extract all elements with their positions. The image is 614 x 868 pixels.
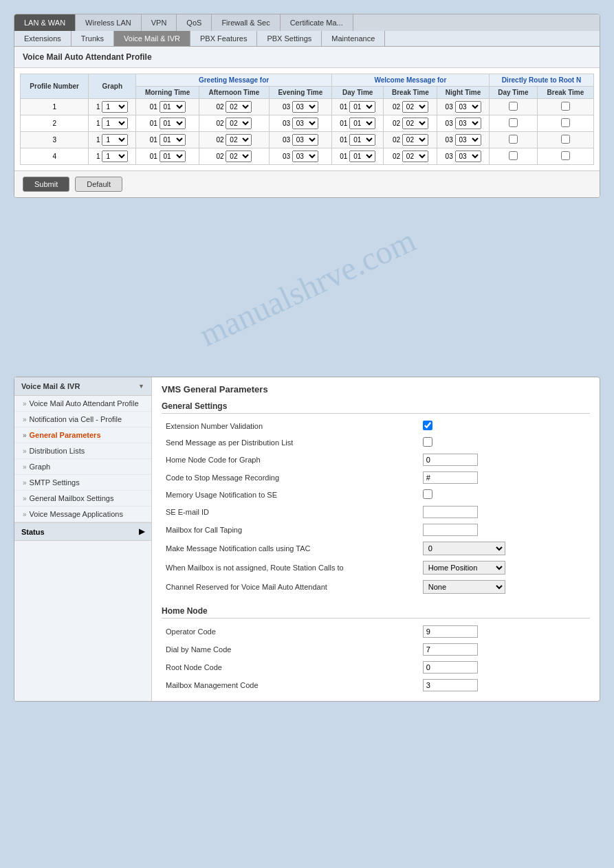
param-checkbox[interactable] — [423, 421, 432, 430]
param-row: SE E-mail ID — [162, 503, 590, 521]
sidebar-item[interactable]: »Notification via Cell - Profile — [14, 412, 151, 427]
afternoon-select[interactable]: 020103 — [226, 151, 252, 162]
sidebar-item-label: Distribution Lists — [30, 447, 85, 455]
morning-select[interactable]: 010203 — [160, 101, 186, 113]
param-select[interactable]: Home PositionNoneOperator — [423, 561, 505, 575]
sidebar-item[interactable]: »Distribution Lists — [14, 443, 151, 459]
nav-item-lan-wan[interactable]: LAN & WAN — [14, 14, 76, 31]
sidebar-item[interactable]: »SMTP Settings — [14, 475, 151, 491]
sidebar-item-label: Notification via Cell - Profile — [30, 415, 122, 423]
evening-select[interactable]: 030102 — [292, 134, 318, 146]
w-night-select[interactable]: 030102 — [455, 118, 481, 129]
sub-nav-extensions[interactable]: Extensions — [14, 31, 72, 46]
rt-break-checkbox[interactable] — [561, 102, 570, 111]
sidebar-item-label: Voice Mail Auto Attendant Profile — [30, 399, 139, 408]
w-night-select[interactable]: 030102 — [455, 151, 481, 162]
chevron-icon: » — [23, 479, 27, 487]
afternoon-select[interactable]: 020103 — [226, 101, 252, 113]
nav-item-firewall[interactable]: Firewall & Sec — [212, 14, 280, 31]
submit-button[interactable]: Submit — [23, 177, 69, 192]
evening-select[interactable]: 030102 — [292, 151, 318, 162]
rt-break-checkbox[interactable] — [561, 151, 570, 160]
param-input[interactable] — [423, 506, 478, 518]
cell-morning: 01 010203 — [136, 115, 199, 132]
sidebar-item[interactable]: »Graph — [14, 459, 151, 475]
button-row: Submit Default — [14, 170, 600, 197]
cell-w-break: 02 020103 — [384, 148, 437, 165]
sidebar-item-label: Voice Message Applications — [30, 510, 123, 518]
home-node-input[interactable] — [423, 643, 478, 656]
nav-item-qos[interactable]: QoS — [177, 14, 212, 31]
rt-day-checkbox[interactable] — [509, 118, 518, 127]
morning-select[interactable]: 010203 — [160, 118, 186, 129]
graph-select[interactable]: 123 — [102, 151, 128, 162]
morning-select[interactable]: 010203 — [160, 151, 186, 162]
nav-item-certificate[interactable]: Certificate Ma... — [281, 14, 353, 31]
default-button[interactable]: Default — [75, 177, 122, 192]
w-night-select[interactable]: 030102 — [455, 134, 481, 146]
nav-item-vpn[interactable]: VPN — [142, 14, 177, 31]
param-control: Home PositionNoneOperator — [419, 558, 590, 577]
param-select[interactable]: None123 — [423, 580, 505, 594]
w-day-select[interactable]: 010203 — [349, 118, 375, 129]
w-break-select[interactable]: 020103 — [402, 151, 428, 162]
param-checkbox[interactable] — [423, 437, 432, 447]
param-control — [419, 503, 590, 521]
home-node-input[interactable] — [423, 625, 478, 638]
w-day-select[interactable]: 010203 — [349, 151, 375, 162]
chevron-icon: » — [23, 495, 27, 502]
graph-select[interactable]: 123 — [102, 118, 128, 129]
sidebar-item[interactable]: »Voice Mail Auto Attendant Profile — [14, 396, 151, 412]
sub-nav-pbx-settings[interactable]: PBX Settings — [257, 31, 322, 46]
w-day-select[interactable]: 010203 — [349, 101, 375, 113]
cell-afternoon: 02 020103 — [199, 148, 270, 165]
cell-evening: 03 030102 — [269, 115, 331, 132]
morning-select[interactable]: 010203 — [160, 134, 186, 146]
cell-evening: 03 030102 — [269, 99, 331, 115]
graph-select[interactable]: 123 — [102, 134, 128, 146]
home-node-input[interactable] — [423, 661, 478, 674]
sub-nav-pbx-features[interactable]: PBX Features — [190, 31, 257, 46]
w-night-select[interactable]: 030102 — [455, 101, 481, 113]
sidebar-status[interactable]: Status ▶ — [14, 522, 151, 541]
th-day-time: Day Time — [331, 87, 384, 99]
rt-break-checkbox[interactable] — [561, 118, 570, 127]
sidebar-item[interactable]: »General Parameters — [14, 427, 151, 443]
sub-nav-maintenance[interactable]: Maintenance — [322, 31, 385, 46]
graph-select[interactable]: 123 — [102, 101, 128, 113]
w-break-select[interactable]: 020103 — [402, 101, 428, 113]
th-day-time2: Day Time — [489, 87, 537, 99]
cell-profile: 4 — [21, 148, 89, 165]
param-input[interactable] — [423, 471, 478, 484]
rt-day-checkbox[interactable] — [509, 135, 518, 144]
param-input[interactable] — [423, 524, 478, 536]
chevron-icon: » — [23, 416, 27, 423]
rt-day-checkbox[interactable] — [509, 102, 518, 111]
param-input[interactable] — [423, 454, 478, 466]
evening-select[interactable]: 030102 — [292, 101, 318, 113]
sidebar-item[interactable]: »General Mailbox Settings — [14, 491, 151, 507]
w-break-select[interactable]: 020103 — [402, 118, 428, 129]
content-title: VMS General Parameters — [162, 384, 590, 394]
home-node-input[interactable] — [423, 679, 478, 691]
w-break-select[interactable]: 020103 — [402, 134, 428, 146]
nav-item-wireless-lan[interactable]: Wireless LAN — [76, 14, 142, 31]
evening-select[interactable]: 030102 — [292, 118, 318, 129]
sub-nav-trunks[interactable]: Trunks — [72, 31, 114, 46]
afternoon-select[interactable]: 020103 — [226, 118, 252, 129]
sub-nav-voicemail[interactable]: Voice Mail & IVR — [114, 31, 190, 46]
cell-graph: 1 123 — [89, 99, 136, 115]
rt-day-checkbox[interactable] — [509, 151, 518, 160]
cell-rt-day — [489, 115, 537, 132]
sidebar-item-label: SMTP Settings — [30, 478, 80, 487]
home-node-control — [419, 658, 590, 676]
w-day-select[interactable]: 010203 — [349, 134, 375, 146]
bottom-section: Voice Mail & IVR ▼ »Voice Mail Auto Atte… — [14, 377, 600, 702]
rt-break-checkbox[interactable] — [561, 135, 570, 144]
cell-morning: 01 010203 — [136, 148, 199, 165]
afternoon-select[interactable]: 020103 — [226, 134, 252, 146]
param-select[interactable]: 012 — [423, 542, 505, 555]
sidebar-item[interactable]: »Voice Message Applications — [14, 507, 151, 522]
cell-w-night: 03 030102 — [437, 115, 490, 132]
param-checkbox[interactable] — [423, 489, 432, 499]
